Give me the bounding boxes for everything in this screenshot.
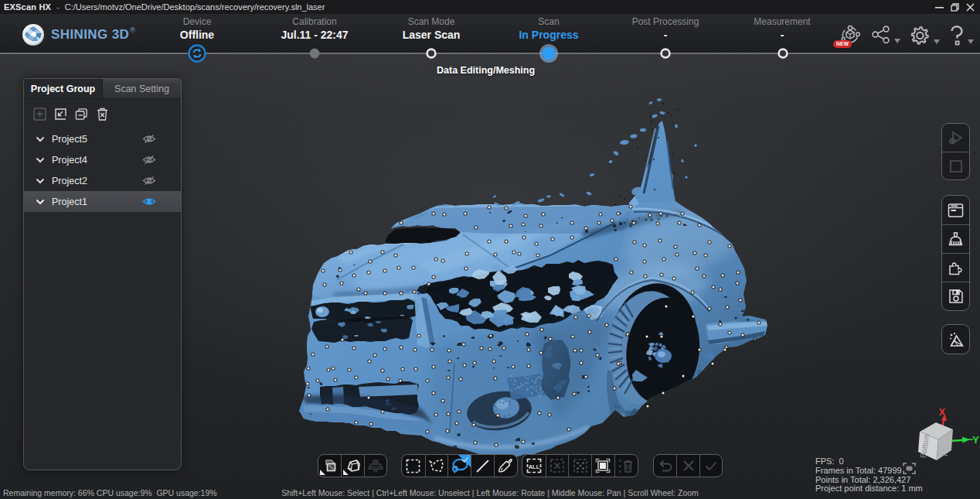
step-scan-mode[interactable]: Scan Mode Laser Scan xyxy=(369,16,493,42)
step-calibration[interactable]: Calibration Jul.11 - 22:47 xyxy=(253,16,376,42)
title-bar: EXScan HX - C:/Users/motvz/OneDrive/Desk… xyxy=(0,0,980,14)
lasso-select-button[interactable] xyxy=(447,455,471,477)
visibility-off-icon[interactable] xyxy=(142,155,156,165)
invert-selection-button[interactable] xyxy=(568,455,591,477)
step-dot-post-processing[interactable] xyxy=(660,48,671,62)
tab-project-group[interactable]: Project Group xyxy=(24,79,102,98)
project-row-project1[interactable]: Project1 xyxy=(24,191,181,212)
close-icon xyxy=(966,3,975,12)
more-options-marker xyxy=(320,470,325,475)
confirm-button[interactable] xyxy=(699,455,722,477)
restore-icon xyxy=(951,3,959,12)
project-row-project4[interactable]: Project4 xyxy=(24,149,181,170)
svg-text:ALL: ALL xyxy=(529,463,540,470)
copy-project-icon xyxy=(75,108,88,121)
new-project-icon xyxy=(33,108,46,121)
line-select-button[interactable] xyxy=(471,455,494,477)
cancel-button[interactable] xyxy=(676,455,699,477)
visibility-on-icon[interactable] xyxy=(142,197,156,207)
start-scan-icon xyxy=(947,128,965,147)
settings-button[interactable] xyxy=(910,25,940,46)
undo-button[interactable] xyxy=(654,455,676,477)
brand-name: SHINING 3D xyxy=(51,27,129,43)
point-cloud-view-button[interactable] xyxy=(318,455,341,477)
puzzle-icon xyxy=(948,260,964,276)
help-caret-icon xyxy=(968,39,974,44)
tab-scan-setting[interactable]: Scan Setting xyxy=(102,79,181,98)
cancel-icon xyxy=(681,458,696,473)
header-menu: NEW xyxy=(829,21,974,49)
select-component-button[interactable] xyxy=(591,455,614,477)
step-dot-device[interactable] xyxy=(188,44,206,66)
more-options-marker xyxy=(343,470,349,475)
step-post-processing[interactable]: Post Processing - xyxy=(604,16,727,42)
app-window: EXScan HX - C:/Users/motvz/OneDrive/Desk… xyxy=(0,0,980,499)
active-tool-marker xyxy=(458,455,471,467)
share-caret-icon xyxy=(894,39,900,43)
rect-select-button[interactable] xyxy=(402,455,425,477)
table-view-icon xyxy=(366,457,385,474)
copy-project-button[interactable] xyxy=(75,108,88,121)
expand-chevron-icon xyxy=(36,136,45,142)
panel-tabs: Project Group Scan Setting xyxy=(24,79,181,99)
share-icon xyxy=(871,25,891,45)
edit-confirm-toolbar xyxy=(653,454,723,477)
import-project-icon xyxy=(54,108,67,121)
rect-select-icon xyxy=(405,458,421,474)
undo-icon xyxy=(657,457,674,474)
step-dot-scan[interactable] xyxy=(539,43,559,67)
progress-line xyxy=(0,53,980,54)
community-button[interactable]: NEW xyxy=(839,25,862,46)
navigation-cube[interactable]: X Y Bottom xyxy=(907,406,980,468)
visibility-off-icon[interactable] xyxy=(142,134,156,144)
project-row-project2[interactable]: Project2 xyxy=(24,170,181,191)
panel-window-icon xyxy=(948,203,964,218)
project-row-project5[interactable]: Project5 xyxy=(24,128,181,149)
help-icon xyxy=(949,25,965,46)
stop-scan-button[interactable] xyxy=(942,152,969,179)
status-bar: Remaining memory: 66% CPU usage:9% GPU u… xyxy=(0,486,980,499)
app-title: EXScan HX xyxy=(4,2,51,12)
delete-project-button[interactable] xyxy=(96,108,109,121)
project-settings-button[interactable] xyxy=(942,196,969,224)
restore-button[interactable] xyxy=(948,0,961,14)
step-measurement[interactable]: Measurement - xyxy=(720,16,844,42)
invert-selection-icon xyxy=(572,457,589,474)
shining3d-logo-icon xyxy=(22,23,45,46)
table-view-button[interactable] xyxy=(364,455,386,477)
visibility-off-icon[interactable] xyxy=(142,176,156,186)
help-button[interactable] xyxy=(949,25,974,46)
step-device[interactable]: Device Offline xyxy=(135,16,259,42)
delete-selected-button[interactable] xyxy=(614,455,638,477)
minimize-button[interactable] xyxy=(933,0,946,14)
title-separator: - xyxy=(56,2,60,12)
orientation-cube: Bottom xyxy=(918,422,953,460)
mesh-view-button[interactable] xyxy=(341,455,363,477)
save-floppy-icon xyxy=(948,289,964,304)
step-scan[interactable]: Scan In Progress xyxy=(487,16,611,42)
deselect-all-button[interactable] xyxy=(546,455,569,477)
plugin-button[interactable] xyxy=(942,253,969,282)
share-button[interactable] xyxy=(871,25,900,45)
expand-chevron-icon xyxy=(36,157,45,163)
start-scan-button[interactable] xyxy=(942,124,969,152)
delete-project-icon xyxy=(97,108,108,121)
polygon-select-button[interactable] xyxy=(425,455,448,477)
viewport-3d[interactable]: Data Editing/Meshing Project Group Scan … xyxy=(0,54,980,499)
device-sync-icon xyxy=(188,44,206,63)
new-project-button[interactable] xyxy=(33,108,46,121)
step-dot-measurement[interactable] xyxy=(778,48,788,62)
import-project-button[interactable] xyxy=(54,108,67,121)
settings-gear-icon xyxy=(910,25,931,46)
clean-data-button[interactable] xyxy=(942,224,969,253)
close-button[interactable] xyxy=(964,0,977,14)
select-all-button[interactable]: ALL xyxy=(522,455,546,477)
brush-select-icon xyxy=(497,457,514,474)
brush-select-button[interactable] xyxy=(494,455,517,477)
step-dot-scan-mode[interactable] xyxy=(426,48,437,62)
save-data-button[interactable] xyxy=(942,282,969,310)
scan-control-group xyxy=(941,123,970,180)
mesh-button[interactable] xyxy=(942,325,969,354)
brand-registered-mark: ® xyxy=(130,26,135,34)
step-dot-calibration[interactable] xyxy=(309,48,320,62)
